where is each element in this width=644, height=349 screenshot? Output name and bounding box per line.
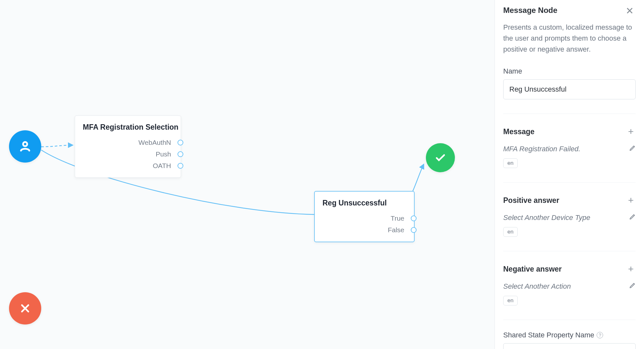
- edit-message-button[interactable]: [629, 145, 636, 153]
- close-panel-button[interactable]: ✕: [624, 6, 636, 16]
- close-icon: [19, 302, 32, 315]
- check-icon: [434, 151, 447, 164]
- output-port[interactable]: [411, 227, 417, 233]
- message-value: MFA Registration Failed.: [503, 145, 581, 153]
- edit-positive-button[interactable]: [629, 214, 636, 222]
- section-title: Negative answer: [503, 265, 562, 274]
- pencil-icon: [629, 145, 636, 151]
- add-message-button[interactable]: +: [626, 125, 636, 138]
- help-icon[interactable]: ?: [597, 332, 603, 338]
- output-port[interactable]: [178, 163, 183, 169]
- node-title: Reg Unsuccessful: [322, 199, 406, 207]
- pencil-icon: [629, 282, 636, 289]
- node-output-webauthn[interactable]: WebAuthN: [83, 137, 173, 148]
- section-message: Message + MFA Registration Failed. en: [503, 114, 636, 168]
- node-output-false[interactable]: False: [322, 224, 406, 236]
- connection-wires: [0, 0, 495, 349]
- positive-value: Select Another Device Type: [503, 214, 590, 222]
- pencil-icon: [629, 214, 636, 220]
- output-port[interactable]: [411, 215, 417, 221]
- node-mfa-registration-selection[interactable]: MFA Registration Selection WebAuthN Push…: [75, 115, 181, 178]
- user-icon: [18, 139, 32, 154]
- edit-negative-button[interactable]: [629, 282, 636, 291]
- section-title: Positive answer: [503, 196, 559, 205]
- shared-state-input[interactable]: [503, 343, 636, 349]
- shared-state-label: Shared State Property Name: [503, 331, 594, 339]
- section-negative-answer: Negative answer + Select Another Action …: [503, 251, 636, 305]
- start-node[interactable]: [9, 130, 41, 163]
- section-title: Message: [503, 127, 534, 136]
- panel-description: Presents a custom, localized message to …: [503, 22, 636, 55]
- node-title: MFA Registration Selection: [83, 123, 173, 132]
- node-output-true[interactable]: True: [322, 213, 406, 224]
- fail-node[interactable]: [9, 292, 41, 324]
- node-output-push[interactable]: Push: [83, 148, 173, 160]
- panel-title: Message Node: [503, 6, 557, 15]
- node-reg-unsuccessful[interactable]: Reg Unsuccessful True False: [314, 191, 415, 242]
- add-negative-button[interactable]: +: [626, 262, 636, 276]
- output-port[interactable]: [178, 151, 183, 157]
- name-label: Name: [503, 67, 636, 75]
- section-shared-state: Shared State Property Name ?: [503, 320, 636, 349]
- add-positive-button[interactable]: +: [626, 194, 636, 207]
- negative-value: Select Another Action: [503, 282, 571, 291]
- lang-chip[interactable]: en: [503, 227, 518, 237]
- name-input[interactable]: [503, 79, 636, 99]
- lang-chip[interactable]: en: [503, 296, 518, 305]
- svg-point-0: [23, 142, 27, 146]
- section-positive-answer: Positive answer + Select Another Device …: [503, 182, 636, 237]
- success-node[interactable]: [426, 143, 455, 172]
- flow-canvas[interactable]: MFA Registration Selection WebAuthN Push…: [0, 0, 495, 349]
- properties-panel: Message Node ✕ Presents a custom, locali…: [495, 0, 644, 349]
- node-output-oath[interactable]: OATH: [83, 160, 173, 172]
- lang-chip[interactable]: en: [503, 158, 518, 168]
- output-port[interactable]: [178, 140, 183, 145]
